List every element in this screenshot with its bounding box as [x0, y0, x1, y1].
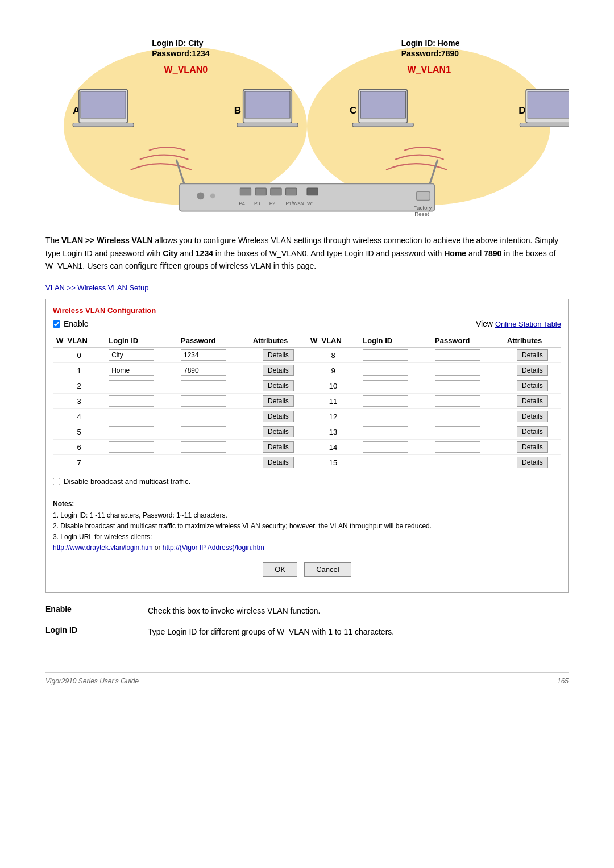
url1-link[interactable]: http://www.draytek.vlan/login.htm [53, 544, 152, 552]
password-input-right[interactable] [435, 365, 480, 376]
online-station-table-link[interactable]: Online Station Table [495, 320, 561, 328]
password-input-right[interactable] [435, 349, 480, 361]
login-id-cell-right[interactable] [359, 440, 432, 455]
attributes-cell-right[interactable]: Details [504, 409, 561, 424]
login-id-input-left[interactable] [109, 365, 154, 376]
attributes-cell-left[interactable]: Details [250, 348, 307, 363]
ok-button[interactable]: OK [263, 562, 297, 577]
password-cell-left[interactable] [177, 363, 250, 378]
password-cell-right[interactable] [432, 378, 504, 394]
password-cell-right[interactable] [432, 363, 504, 378]
password-cell-left[interactable] [177, 348, 250, 363]
login-id-cell-left[interactable] [105, 455, 177, 470]
password-cell-right[interactable] [432, 424, 504, 440]
login-id-input-left[interactable] [109, 349, 154, 361]
password-input-left[interactable] [181, 349, 226, 361]
details-button-left[interactable]: Details [263, 380, 294, 391]
details-button-left[interactable]: Details [263, 365, 294, 376]
details-button-left[interactable]: Details [263, 395, 294, 407]
login-id-input-right[interactable] [363, 457, 408, 468]
password-cell-right[interactable] [432, 409, 504, 424]
login-id-cell-right[interactable] [359, 455, 432, 470]
password-input-right[interactable] [435, 411, 480, 422]
details-button-left[interactable]: Details [263, 457, 294, 468]
password-input-left[interactable] [181, 441, 226, 453]
password-cell-left[interactable] [177, 409, 250, 424]
password-cell-left[interactable] [177, 394, 250, 409]
login-id-input-left[interactable] [109, 441, 154, 453]
attributes-cell-left[interactable]: Details [250, 394, 307, 409]
password-cell-right[interactable] [432, 455, 504, 470]
login-id-input-right[interactable] [363, 426, 408, 437]
login-id-cell-left[interactable] [105, 409, 177, 424]
details-button-left[interactable]: Details [263, 349, 294, 361]
disable-broadcast-checkbox[interactable] [53, 478, 60, 485]
password-input-right[interactable] [435, 426, 480, 437]
details-button-right[interactable]: Details [517, 365, 548, 376]
login-id-input-right[interactable] [363, 441, 408, 453]
password-input-right[interactable] [435, 380, 480, 391]
attributes-cell-right[interactable]: Details [504, 363, 561, 378]
attributes-cell-right[interactable]: Details [504, 455, 561, 470]
password-input-right[interactable] [435, 457, 480, 468]
password-input-left[interactable] [181, 457, 226, 468]
details-button-left[interactable]: Details [263, 426, 294, 437]
login-id-input-left[interactable] [109, 380, 154, 391]
details-button-right[interactable]: Details [517, 441, 548, 453]
password-input-right[interactable] [435, 395, 480, 407]
password-input-left[interactable] [181, 365, 226, 376]
vlan-setup-link[interactable]: VLAN >> Wireless VLAN Setup [45, 283, 569, 292]
login-id-input-right[interactable] [363, 395, 408, 407]
details-button-right[interactable]: Details [517, 457, 548, 468]
password-input-right[interactable] [435, 441, 480, 453]
login-id-cell-right[interactable] [359, 363, 432, 378]
login-id-input-left[interactable] [109, 411, 154, 422]
attributes-cell-right[interactable]: Details [504, 378, 561, 394]
details-button-right[interactable]: Details [517, 426, 548, 437]
password-input-left[interactable] [181, 380, 226, 391]
details-button-right[interactable]: Details [517, 411, 548, 422]
attributes-cell-right[interactable]: Details [504, 394, 561, 409]
details-button-right[interactable]: Details [517, 349, 548, 361]
login-id-cell-right[interactable] [359, 424, 432, 440]
password-cell-right[interactable] [432, 394, 504, 409]
login-id-cell-left[interactable] [105, 378, 177, 394]
password-input-left[interactable] [181, 426, 226, 437]
details-button-left[interactable]: Details [263, 441, 294, 453]
cancel-button[interactable]: Cancel [304, 562, 351, 577]
login-id-input-right[interactable] [363, 365, 408, 376]
login-id-cell-left[interactable] [105, 348, 177, 363]
attributes-cell-right[interactable]: Details [504, 348, 561, 363]
attributes-cell-left[interactable]: Details [250, 363, 307, 378]
attributes-cell-left[interactable]: Details [250, 424, 307, 440]
url2-link[interactable]: http://(Vigor IP Address)/login.htm [163, 544, 264, 552]
password-input-left[interactable] [181, 395, 226, 407]
login-id-input-left[interactable] [109, 457, 154, 468]
password-cell-left[interactable] [177, 455, 250, 470]
attributes-cell-left[interactable]: Details [250, 440, 307, 455]
details-button-left[interactable]: Details [263, 411, 294, 422]
attributes-cell-right[interactable]: Details [504, 424, 561, 440]
password-cell-left[interactable] [177, 440, 250, 455]
login-id-cell-right[interactable] [359, 409, 432, 424]
password-cell-left[interactable] [177, 424, 250, 440]
login-id-input-right[interactable] [363, 380, 408, 391]
login-id-cell-right[interactable] [359, 394, 432, 409]
details-button-right[interactable]: Details [517, 380, 548, 391]
login-id-input-right[interactable] [363, 349, 408, 361]
password-input-left[interactable] [181, 411, 226, 422]
login-id-cell-left[interactable] [105, 363, 177, 378]
login-id-cell-right[interactable] [359, 378, 432, 394]
attributes-cell-right[interactable]: Details [504, 440, 561, 455]
details-button-right[interactable]: Details [517, 395, 548, 407]
login-id-cell-left[interactable] [105, 440, 177, 455]
password-cell-right[interactable] [432, 440, 504, 455]
attributes-cell-left[interactable]: Details [250, 409, 307, 424]
login-id-input-left[interactable] [109, 426, 154, 437]
login-id-input-left[interactable] [109, 395, 154, 407]
attributes-cell-left[interactable]: Details [250, 455, 307, 470]
login-id-input-right[interactable] [363, 411, 408, 422]
password-cell-left[interactable] [177, 378, 250, 394]
login-id-cell-left[interactable] [105, 424, 177, 440]
login-id-cell-right[interactable] [359, 348, 432, 363]
